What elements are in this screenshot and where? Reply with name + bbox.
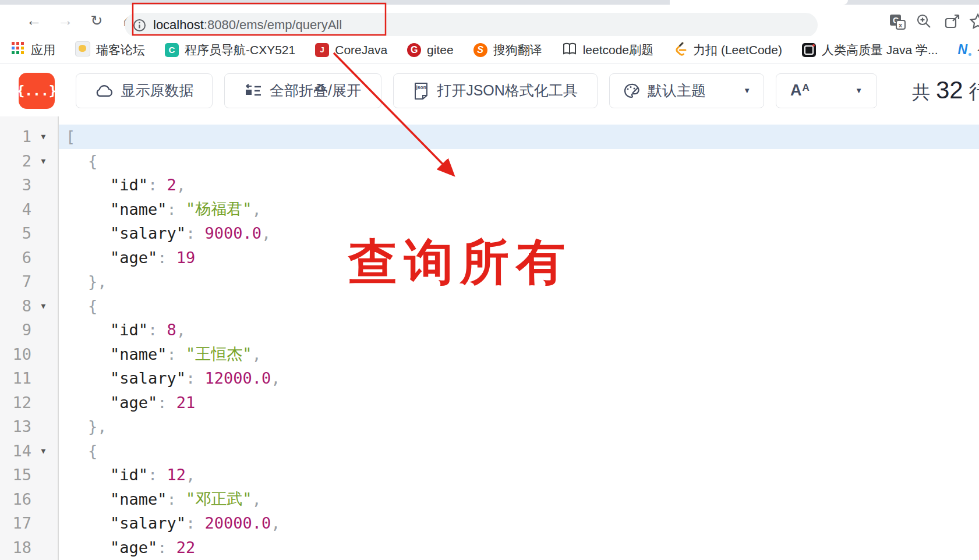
- json-token: "age": [110, 538, 157, 557]
- json-line: "age": 22: [59, 536, 979, 560]
- bookmark-item[interactable]: Ggitee: [407, 43, 454, 57]
- json-formatter-logo-icon: {...}: [19, 73, 55, 109]
- gutter-line: 11: [0, 366, 58, 391]
- json-line: "id": 2,: [59, 173, 979, 197]
- button-label: 默认主题: [648, 81, 706, 100]
- button-label: 显示原数据: [121, 81, 194, 100]
- gutter-line: 17: [0, 511, 58, 536]
- reload-icon[interactable]: ↻: [85, 9, 108, 32]
- line-number: 14: [0, 442, 31, 460]
- bookmark-label: 人类高质量 Java 学...: [822, 42, 938, 58]
- bookmark-star-icon[interactable]: [969, 13, 979, 30]
- json-line: "name": "杨福君",: [59, 197, 979, 222]
- bookmark-label: 应用: [31, 42, 55, 58]
- json-token: ,: [261, 224, 271, 242]
- gitee-icon: G: [407, 43, 421, 57]
- open-json-formatter-button[interactable]: json 打开JSON格式化工具: [393, 73, 598, 108]
- json-token: :: [148, 176, 167, 194]
- json-token: ,: [176, 321, 186, 339]
- gutter-line: 16: [0, 487, 58, 512]
- apps-grid-icon: [12, 42, 25, 58]
- json-token: "name": [110, 490, 167, 508]
- fold-toggle-icon[interactable]: ▼: [31, 132, 55, 141]
- json-line: "name": "王恒杰",: [59, 342, 979, 367]
- gutter-line: 9: [0, 318, 58, 342]
- json-token: ,: [176, 176, 186, 194]
- bookmarks-bar: 应用瑞客论坛C程序员导航-CXY521JCoreJavaGgiteeS搜狗翻译 …: [0, 36, 979, 64]
- json-token: ,: [252, 200, 261, 218]
- chevron-down-icon: ▼: [855, 86, 863, 95]
- bookmark-item[interactable]: JCoreJava: [315, 43, 387, 57]
- wechat-n-icon: N: [958, 42, 972, 58]
- json-token: ,: [271, 514, 280, 532]
- collapse-icon: [245, 83, 262, 98]
- bookmark-item[interactable]: 应用: [12, 42, 55, 58]
- share-icon[interactable]: [943, 13, 961, 30]
- fold-toggle-icon[interactable]: ▼: [31, 157, 55, 165]
- cloud-icon: [95, 84, 114, 98]
- json-token: :: [186, 514, 205, 532]
- translate-icon[interactable]: G x: [889, 13, 906, 30]
- theme-select[interactable]: 默认主题▼: [609, 73, 764, 108]
- bookmark-item[interactable]: C程序员导航-CXY521: [165, 42, 295, 58]
- show-raw-data-button[interactable]: 显示原数据: [76, 73, 213, 108]
- fold-toggle-icon[interactable]: ▼: [31, 446, 55, 455]
- json-token: "王恒杰": [186, 343, 252, 364]
- back-icon[interactable]: ←: [22, 9, 45, 32]
- zoom-icon[interactable]: [916, 13, 933, 30]
- json-token: 21: [176, 394, 196, 412]
- json-token: {: [88, 297, 97, 315]
- gutter-line: 13: [0, 414, 58, 439]
- line-number: 4: [0, 200, 31, 218]
- json-line: "id": 12,: [59, 463, 979, 487]
- font-size-icon: AA: [790, 83, 810, 98]
- line-number: 6: [0, 249, 31, 267]
- json-token: [: [66, 127, 75, 146]
- address-bar[interactable]: localhost:8080/ems/emp/queryAll: [125, 13, 818, 37]
- json-line: "id": 8,: [59, 318, 979, 342]
- json-token: "age": [110, 249, 157, 267]
- svg-text:x: x: [899, 22, 903, 29]
- json-token: 12000.0: [205, 369, 271, 387]
- bookmark-item[interactable]: S搜狗翻译: [473, 42, 542, 58]
- bookmark-item[interactable]: leetcode刷题: [562, 42, 653, 58]
- button-label: 全部折叠/展开: [270, 81, 361, 100]
- json-viewer: 1▼2▼345678▼91011121314▼15161718 [{"id": …: [0, 116, 979, 560]
- json-token: 12: [167, 466, 186, 484]
- bookmark-item[interactable]: 瑞客论坛: [75, 41, 145, 59]
- line-number: 17: [0, 514, 31, 532]
- json-token: "name": [110, 345, 167, 363]
- bookmark-item[interactable]: 力扣 (LeetCode): [673, 41, 782, 59]
- java-icon: J: [315, 43, 329, 57]
- fold-toggle-icon[interactable]: ▼: [31, 302, 55, 310]
- collapse-expand-all-button[interactable]: 全部折叠/展开: [224, 73, 381, 108]
- gutter-line: 2▼: [0, 149, 58, 173]
- font-size-select[interactable]: AA▼: [776, 73, 877, 108]
- line-number: 16: [0, 490, 31, 508]
- bookmark-label: gitee: [427, 43, 454, 57]
- json-line: {: [59, 439, 979, 463]
- line-number: 1: [0, 127, 31, 146]
- bookmark-item[interactable]: N公众号: [958, 42, 979, 58]
- json-token: ,: [271, 369, 280, 387]
- line-number: 10: [0, 345, 31, 363]
- url-text[interactable]: localhost:8080/ems/emp/queryAll: [153, 17, 342, 33]
- json-token: "id": [110, 176, 148, 194]
- forward-icon[interactable]: →: [54, 9, 77, 32]
- line-number: 12: [0, 394, 31, 412]
- json-token: :: [157, 394, 176, 412]
- bookmark-label: 程序员导航-CXY521: [185, 42, 295, 58]
- chevron-down-icon: ▼: [743, 86, 751, 95]
- page-info-icon[interactable]: [133, 19, 146, 32]
- json-token: 22: [176, 538, 196, 557]
- bookmark-item[interactable]: 人类高质量 Java 学...: [802, 42, 938, 58]
- json-token: :: [186, 369, 205, 387]
- line-number: 5: [0, 224, 31, 242]
- json-token: "邓正武": [186, 488, 252, 509]
- gutter-line: 14▼: [0, 439, 58, 463]
- json-token: :: [148, 466, 167, 484]
- bookmark-label: CoreJava: [335, 43, 387, 57]
- json-token: ,: [252, 345, 261, 363]
- bookmark-label: 瑞客论坛: [96, 42, 145, 58]
- line-number-gutter: 1▼2▼345678▼91011121314▼15161718: [0, 116, 59, 560]
